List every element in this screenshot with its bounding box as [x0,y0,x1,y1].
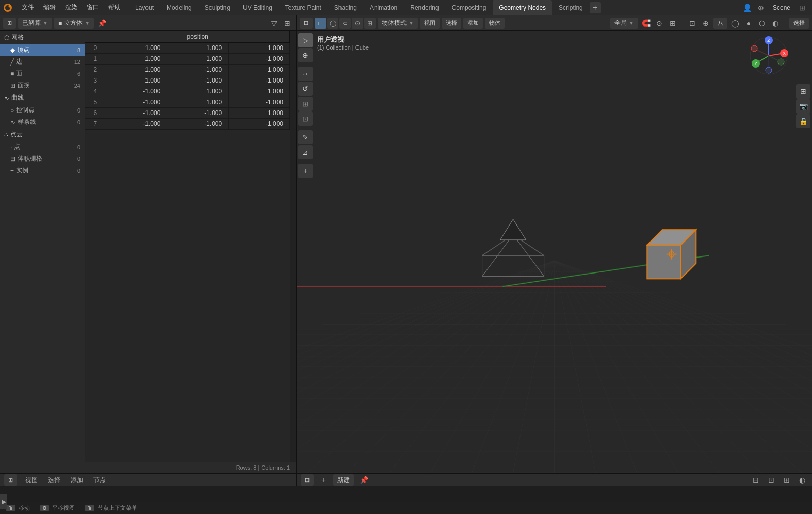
sidebar-item-spline[interactable]: ∿ 样条线 0 [0,116,85,128]
viewport-zoom-extent[interactable]: ⊞ [796,84,810,99]
viewport-overlay-btn[interactable]: ⊡ [687,18,698,29]
tool-move[interactable]: ↔ [298,67,313,81]
sidebar-item-point[interactable]: · 点 0 [0,141,85,153]
expand-node-editor[interactable]: ▶ [0,494,7,509]
viewport-view-name: 用户透视 [317,35,369,44]
row-index: 0 [85,43,106,54]
sidebar-item-facecorner[interactable]: ⊞ 面拐 24 [0,79,85,91]
tool-add[interactable]: + [298,164,313,178]
select-overlay-btn[interactable]: 选择 [789,18,809,29]
object-menu-btn[interactable]: 物体 [485,18,505,29]
editor-type-button[interactable]: ⊞ [3,18,16,29]
node-overlay[interactable]: ⊡ [766,474,777,486]
view-menu-btn[interactable]: 视图 [420,18,440,29]
top-right-icon3[interactable]: ⊞ [797,2,808,13]
cube-dropdown[interactable]: ■ 立方体 ▼ [54,18,94,29]
file-menu[interactable]: 文件 [18,2,38,13]
workspace-animation[interactable]: Animation [364,0,403,15]
workspace-geometrynodes[interactable]: Geometry Nodes [493,0,552,15]
workspace-layout[interactable]: Layout [129,0,160,15]
node-editor-type[interactable]: ⊞ [301,474,314,486]
viewport-shade1[interactable]: ◯ [729,18,741,29]
mesh-label: 网格 [11,33,24,42]
tool-select-box[interactable]: ▷ [298,33,313,47]
sidebar-item-face[interactable]: ■ 面 6 [0,68,85,79]
workspace-texturepaint[interactable]: Texture Paint [279,0,328,15]
workspace-rendering[interactable]: Rendering [404,0,445,15]
table-scrollbar[interactable] [290,31,296,462]
bottom-add[interactable]: 添加 [69,475,85,486]
overlay-all[interactable]: ⊞ [364,18,376,29]
viewport-lock[interactable]: 🔒 [796,114,810,128]
node-add-btn[interactable]: + [318,474,329,486]
tool-annotate[interactable]: ✎ [298,130,313,144]
add-menu-btn[interactable]: 添加 [463,18,483,29]
workspace-uvediting[interactable]: UV Editing [237,0,279,15]
tool-cursor[interactable]: ⊕ [298,48,313,62]
file-menu-group: 文件 编辑 渲染 窗口 帮助 [15,2,127,13]
overlay-lasso[interactable]: ⊂ [339,18,351,29]
sidebar-item-vertex[interactable]: ◆ 顶点 8 [0,44,85,56]
top-menubar: 文件 编辑 渲染 窗口 帮助 Layout Modeling Sculpting… [0,0,812,15]
viewport-shade4[interactable]: ◐ [770,18,781,29]
data-table-area[interactable]: position 0 1.000 1.000 1.000 1 1.000 1.0… [85,31,290,462]
sidebar-section-mesh[interactable]: ⬡ 网格 [0,31,85,44]
bottom-select[interactable]: 选择 [46,475,62,486]
window-menu[interactable]: 窗口 [83,2,103,13]
tool-scale[interactable]: ⊞ [298,97,313,111]
viewport-camera[interactable]: 📷 [796,99,810,114]
node-pin-btn[interactable]: 📌 [358,474,369,486]
chevron-down-icon: ▼ [43,20,48,26]
spreadsheet-editor-type[interactable]: ⊞ [4,474,17,486]
workspace-scripting[interactable]: Scripting [553,0,589,15]
edit-menu[interactable]: 编辑 [39,2,60,13]
workspace-compositing[interactable]: Compositing [446,0,493,15]
sidebar-item-edge[interactable]: ╱ 边 12 [0,56,85,68]
overlay-invert[interactable]: ⊙ [352,18,363,29]
top-right-icon1[interactable]: 👤 [742,2,753,13]
funnel-button[interactable]: ⊞ [282,18,293,29]
viewport-gizmo-btn[interactable]: ⊕ [700,18,711,29]
row-z: 1.000 [229,86,290,97]
sidebar-section-curve[interactable]: ∿ 曲线 [0,91,85,104]
overlay-box-select[interactable]: □ [315,18,326,29]
object-mode-dropdown[interactable]: 物体模式 ▼ [378,18,418,29]
tool-transform[interactable]: ⊡ [298,111,313,126]
overlay-circle[interactable]: ◯ [327,18,338,29]
node-zoom-out[interactable]: ⊟ [750,474,761,486]
node-new-btn[interactable]: 新建 [333,474,354,486]
sidebar-item-instance[interactable]: + 实例 0 [0,165,85,176]
viewport-editor-type[interactable]: ⊞ [300,18,313,29]
filter-button[interactable]: ▽ [268,18,280,29]
tool-measure[interactable]: ⊿ [298,145,313,159]
proportional-edit-btn[interactable]: ⊙ [654,18,665,29]
workspace-modeling[interactable]: Modeling [160,0,198,15]
row-x: 1.000 [106,43,167,54]
render-menu[interactable]: 渲染 [61,2,82,13]
tool-rotate[interactable]: ↺ [298,82,313,96]
bottom-node[interactable]: 节点 [91,475,108,486]
viewport-shade3[interactable]: ⬡ [756,18,768,29]
viewport-shading-btn[interactable]: 八 [713,18,727,29]
viewport-body[interactable]: 用户透视 (1) Collection | Cube ▷ ⊕ ↔ ↺ ⊞ ⊡ ✎… [297,31,812,473]
workspace-shading[interactable]: Shading [328,0,363,15]
snap-btn[interactable]: 🧲 [640,18,652,29]
sidebar-item-volumegrid[interactable]: ⊟ 体积栅格 0 [0,153,85,165]
transform-btn[interactable]: ⊞ [667,18,678,29]
node-theme[interactable]: ◐ [797,474,808,486]
bottom-view[interactable]: 视图 [23,475,40,486]
node-grid[interactable]: ⊞ [781,474,792,486]
top-right-icon2[interactable]: ⊕ [755,2,767,13]
global-dropdown[interactable]: 全局 ▼ [610,18,638,29]
calculated-dropdown[interactable]: 已解算 ▼ [18,18,52,29]
sidebar-item-controlpoint[interactable]: ○ 控制点 0 [0,104,85,116]
help-menu[interactable]: 帮助 [104,2,125,13]
viewport-shade2[interactable]: ● [743,18,754,29]
navigation-gizmo[interactable]: Z X Y [748,35,789,76]
pin-button[interactable]: 📌 [96,18,107,29]
sidebar-section-pointcloud[interactable]: ∴ 点云 [0,128,85,141]
workspace-sculpting[interactable]: Sculpting [199,0,236,15]
add-workspace-button[interactable]: + [590,2,601,13]
facecorner-label: 面拐 [18,81,30,90]
select-menu-btn[interactable]: 选择 [442,18,461,29]
